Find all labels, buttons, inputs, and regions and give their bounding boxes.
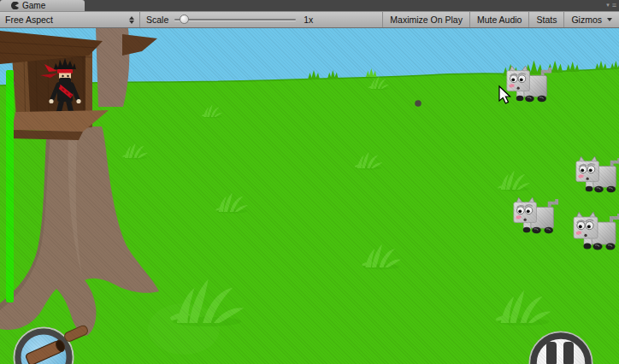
- game-view-toolbar: Free Aspect Scale 1x Maximize On Play Mu…: [0, 11, 619, 28]
- unity-game-window: Game ▾ ≡ Free Aspect Scale 1x Maximize O…: [0, 0, 619, 364]
- scale-value: 1x: [304, 15, 313, 25]
- tab-options-dropdown-icon[interactable]: ▾: [606, 1, 610, 9]
- tab-options-menu-icon[interactable]: ≡: [612, 1, 616, 9]
- cannonball-projectile: [415, 100, 422, 107]
- tab-label: Game: [22, 1, 45, 10]
- porch-front: [10, 130, 83, 140]
- mute-audio-button[interactable]: Mute Audio: [469, 12, 529, 27]
- health-bar: [6, 70, 14, 302]
- tab-game[interactable]: Game: [0, 0, 85, 11]
- aspect-dropdown[interactable]: Free Aspect: [0, 12, 140, 27]
- slider-knob[interactable]: [180, 15, 189, 24]
- toolbar-buttons: Maximize On Play Mute Audio Stats Gizmos: [382, 12, 619, 27]
- scale-control: Scale 1x: [146, 12, 313, 27]
- updown-arrows-icon: [129, 16, 134, 24]
- game-viewport: [0, 28, 619, 364]
- scale-slider[interactable]: [174, 12, 296, 27]
- aspect-label: Free Aspect: [5, 15, 53, 25]
- stats-button[interactable]: Stats: [528, 12, 563, 27]
- gizmos-caret-icon[interactable]: [607, 18, 612, 21]
- slider-track[interactable]: [174, 19, 296, 21]
- game-scene: [0, 28, 619, 364]
- scale-label: Scale: [146, 15, 168, 25]
- tab-bar: Game ▾ ≡: [0, 0, 619, 11]
- gizmos-button[interactable]: Gizmos: [563, 12, 619, 27]
- maximize-on-play-button[interactable]: Maximize On Play: [382, 12, 469, 27]
- game-view-icon: [11, 2, 19, 9]
